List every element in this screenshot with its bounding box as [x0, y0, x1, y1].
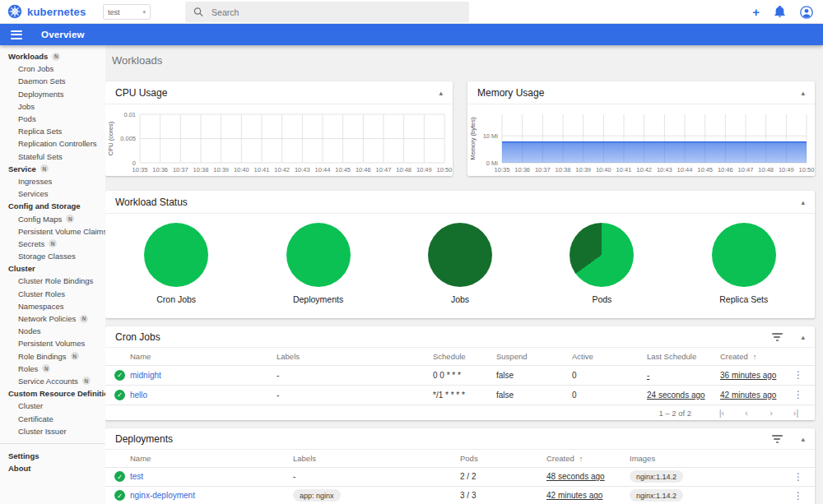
created-cell-link[interactable]: 42 minutes ago — [720, 391, 776, 400]
sidebar-item-ingresses[interactable]: Ingresses — [0, 175, 105, 187]
sidebar-item-deployments[interactable]: Deployments — [0, 88, 105, 100]
kubernetes-logo[interactable]: kubernetes — [7, 4, 86, 19]
row-actions-kebab-icon[interactable]: ⋮ — [790, 369, 807, 381]
svg-text:Memory (bytes): Memory (bytes) — [469, 117, 477, 160]
sidebar-item-settings[interactable]: Settings — [0, 450, 105, 462]
deployment-row[interactable]: ✓nginx-deploymentapp: nginx3 / 342 minut… — [105, 486, 815, 504]
sidebar-item-cluster-roles[interactable]: Cluster Roles — [0, 288, 105, 300]
deployment-name-link[interactable]: nginx-deployment — [130, 491, 195, 500]
svg-text:10:36: 10:36 — [514, 166, 530, 173]
sidebar-item-cluster-role-bindings[interactable]: Cluster Role Bindings — [0, 275, 105, 287]
sidebar-item-label: Pods — [18, 114, 36, 123]
sidebar-item-daemon-sets[interactable]: Daemon Sets — [0, 75, 105, 87]
sidebar-item-storage-classes[interactable]: Storage Classes — [0, 250, 105, 262]
sidebar-item-cluster[interactable]: Cluster — [0, 262, 105, 275]
collapse-icon[interactable]: ▴ — [801, 436, 805, 443]
last-page-icon[interactable]: ›| — [783, 409, 808, 418]
sidebar-item-stateful-sets[interactable]: Stateful Sets — [0, 150, 105, 163]
usage-charts-row: CPU Usage ▴ 00.0050.0110:3510:3610:3710:… — [105, 81, 815, 176]
collapse-icon[interactable]: ▴ — [439, 90, 443, 97]
sidebar-item-replication-controllers[interactable]: Replication Controllers — [0, 137, 105, 150]
schedule-cell: 0 0 * * * — [433, 365, 496, 385]
cronjob-row[interactable]: ✓midnight-0 0 * * *false0-36 minutes ago… — [105, 365, 815, 385]
sidebar-item-role-bindings[interactable]: Role BindingsN — [0, 350, 105, 363]
first-page-icon[interactable]: |‹ — [709, 409, 734, 418]
sidebar-item-about[interactable]: About — [0, 462, 105, 474]
search-input[interactable] — [212, 7, 461, 17]
next-page-icon[interactable]: › — [759, 409, 783, 418]
row-actions-kebab-icon[interactable]: ⋮ — [790, 471, 807, 483]
column-header-created[interactable]: Created↑ — [546, 450, 630, 467]
pods-cell: 3 / 3 — [460, 486, 546, 504]
column-header-schedule[interactable]: Schedule — [433, 348, 496, 365]
account-icon[interactable] — [800, 6, 813, 19]
last-schedule-cell-link[interactable]: - — [647, 371, 649, 380]
cronjob-name-link[interactable]: midnight — [130, 371, 161, 380]
column-header-suspend[interactable]: Suspend — [496, 348, 572, 365]
search-bar — [185, 2, 469, 22]
filter-icon[interactable] — [771, 435, 783, 443]
sidebar-item-nodes[interactable]: Nodes — [0, 325, 105, 337]
sidebar-item-cluster[interactable]: Cluster — [0, 400, 105, 412]
sidebar-item-replica-sets[interactable]: Replica Sets — [0, 125, 105, 137]
menu-hamburger-icon[interactable] — [11, 28, 22, 41]
namespace-selector[interactable]: test ▾ — [103, 4, 151, 20]
cronjob-name-link[interactable]: hello — [130, 391, 147, 400]
column-header-name[interactable]: Name — [130, 450, 293, 467]
sidebar-item-pods[interactable]: Pods — [0, 113, 105, 125]
prev-page-icon[interactable]: ‹ — [734, 409, 759, 418]
svg-text:10:40: 10:40 — [234, 166, 249, 173]
column-header-name[interactable]: Name — [130, 348, 277, 365]
sidebar-item-network-policies[interactable]: Network PoliciesN — [0, 312, 105, 325]
column-header-images[interactable]: Images — [630, 450, 790, 467]
sidebar-item-workloads[interactable]: WorkloadsN — [0, 50, 105, 62]
header-spacer — [790, 348, 815, 365]
sidebar-item-namespaces[interactable]: Namespaces — [0, 300, 105, 312]
sidebar-item-custom-resource-definitions[interactable]: Custom Resource Definitions — [0, 387, 105, 400]
last-schedule-cell-link[interactable]: 24 seconds ago — [647, 391, 705, 400]
sidebar-item-secrets[interactable]: SecretsN — [0, 238, 105, 250]
status-ok-icon: ✓ — [114, 490, 125, 501]
column-header-pods[interactable]: Pods — [460, 450, 546, 467]
collapse-icon[interactable]: ▴ — [801, 334, 805, 341]
create-resource-button[interactable]: + — [752, 6, 760, 18]
sidebar-item-config-maps[interactable]: Config MapsN — [0, 212, 105, 224]
svg-text:10:39: 10:39 — [575, 166, 591, 173]
workload-status-cron-jobs: Cron Jobs — [144, 223, 208, 304]
sidebar-item-persistent-volumes[interactable]: Persistent Volumes — [0, 337, 105, 349]
sidebar-item-roles[interactable]: RolesN — [0, 363, 105, 375]
top-app-bar: kubernetes test ▾ + — [0, 0, 823, 24]
svg-text:10:50: 10:50 — [799, 166, 815, 173]
collapse-icon[interactable]: ▴ — [801, 90, 805, 97]
row-actions-kebab-icon[interactable]: ⋮ — [790, 389, 807, 400]
column-header-active[interactable]: Active — [572, 348, 647, 365]
cronjob-row[interactable]: ✓hello-*/1 * * * *false024 seconds ago42… — [105, 385, 815, 405]
sidebar-item-cluster-issuer[interactable]: Cluster Issuer — [0, 425, 105, 437]
sidebar-item-cron-jobs[interactable]: Cron Jobs — [0, 62, 105, 75]
column-header-labels[interactable]: Labels — [277, 348, 433, 365]
filter-icon[interactable] — [771, 333, 783, 341]
created-cell-link[interactable]: 42 minutes ago — [546, 491, 602, 500]
sidebar-item-label: Replication Controllers — [18, 139, 97, 148]
created-cell-link[interactable]: 48 seconds ago — [546, 472, 605, 481]
column-header-last-schedule[interactable]: Last Schedule — [647, 348, 720, 365]
toolbar: Overview — [0, 24, 823, 45]
sidebar-item-services[interactable]: Services — [0, 187, 105, 200]
column-header-labels[interactable]: Labels — [293, 450, 460, 467]
created-cell-link[interactable]: 36 minutes ago — [720, 371, 776, 380]
svg-text:10:36: 10:36 — [152, 166, 168, 173]
svg-text:10:35: 10:35 — [133, 166, 148, 173]
sidebar-item-service-accounts[interactable]: Service AccountsN — [0, 375, 105, 387]
deployment-row[interactable]: ✓test-2 / 248 seconds agonginx:1.14.2⋮ — [105, 467, 815, 486]
svg-text:10 Mi: 10 Mi — [483, 132, 499, 140]
deployment-name-link[interactable]: test — [130, 472, 143, 481]
sidebar-item-persistent-volume-claims[interactable]: Persistent Volume ClaimsN — [0, 225, 105, 238]
column-header-created[interactable]: Created↑ — [720, 348, 790, 365]
collapse-icon[interactable]: ▴ — [801, 199, 805, 206]
sidebar-item-service[interactable]: ServiceN — [0, 163, 105, 175]
sidebar-item-jobs[interactable]: Jobs — [0, 100, 105, 113]
sidebar-item-certificate[interactable]: Certificate — [0, 412, 105, 424]
notifications-bell-icon[interactable] — [774, 6, 786, 18]
sidebar-item-config-and-storage[interactable]: Config and Storage — [0, 200, 105, 212]
row-actions-kebab-icon[interactable]: ⋮ — [790, 490, 807, 502]
